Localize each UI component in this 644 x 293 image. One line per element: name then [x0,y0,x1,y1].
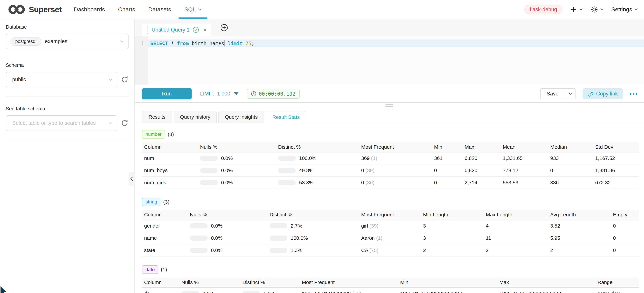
column-header: Distinct % [240,278,300,288]
type-count: (3) [168,132,174,137]
type-tag-string: string [142,198,160,206]
tab-query-history[interactable]: Query history [174,111,217,123]
divider [6,140,128,140]
add-tab-button[interactable] [220,24,228,32]
cell-median: 386 [548,176,593,189]
tab-results[interactable]: Results [142,111,172,123]
mouse-cursor [0,286,10,293]
cell-max: 2,714 [462,176,501,189]
distinct-bar [270,236,287,240]
nulls-pct: 0.0% [211,235,222,241]
query-tab-bar: Untitled Query 1 × [135,19,644,36]
editor-resize-handle[interactable] [135,102,644,108]
cell-max: 6,820 [462,152,501,164]
distinct-bar [278,180,296,185]
column-header: Distinct % [276,142,359,152]
distinct-pct: 1.3% [291,248,302,253]
query-tab[interactable]: Untitled Query 1 × [142,24,212,36]
database-select[interactable]: postgresql examples [6,34,128,49]
nav-charts[interactable]: Charts [118,0,135,19]
refresh-tables-icon[interactable] [121,119,128,127]
nav-datasets[interactable]: Datasets [148,0,171,19]
column-header: Std Dev [593,142,639,152]
tab-result-stats[interactable]: Result Stats [266,111,306,123]
close-tab-icon[interactable]: × [203,27,207,33]
query-success-icon [192,26,199,33]
cell-avg-length: 5.95 [548,232,611,244]
cell-std-dev: 1,331.36 [593,164,639,176]
settings-label: Settings [611,6,632,13]
drag-grip-icon [386,104,393,108]
cell-avg-length: 3.52 [548,220,611,232]
copy-link-label: Copy link [596,91,618,97]
cell-max-length: 11 [484,232,548,244]
superset-logo-icon [8,4,26,15]
plus-icon [570,6,577,13]
superset-logo[interactable]: Superset [8,4,62,15]
divider [6,96,128,97]
column-header: Column [142,278,180,288]
cell-max-length: 2 [484,244,548,256]
type-count: (1) [161,267,167,272]
cell-most-frequent: 369 (1) [359,152,432,164]
tab-query-insights[interactable]: Query Insights [218,111,264,123]
number-stats-table: Column Nulls % Distinct % Most Frequent … [142,142,639,189]
sql-number: 75 [242,40,251,46]
sql-keyword: SELECT [150,40,168,46]
refresh-schemas-icon[interactable] [121,76,128,84]
type-tag-number: number [142,130,165,138]
settings-menu[interactable]: Settings [611,6,638,13]
query-tab-title: Untitled Query 1 [152,27,190,33]
column-header: Range [596,278,639,288]
more-actions-button[interactable]: ••• [630,90,638,97]
table-row: ds 0.0% 1.3% 1965-01-01T00:00:00 (75) 19… [142,288,639,293]
nav-dashboards[interactable]: Dashboards [74,0,105,19]
nulls-pct: 0.0% [221,180,233,186]
chevron-down-icon [108,122,112,124]
clock-icon [251,91,256,96]
sql-editor[interactable]: 1 SELECT * from birth_names limit 75; [135,36,644,85]
distinct-pct: 2.7% [291,223,302,229]
cell-most-frequent: girl (39) [359,220,421,232]
table-select[interactable]: Select table or type to search tables [6,115,117,131]
column-header: Distinct % [268,210,359,220]
sql-code-line[interactable]: SELECT * from birth_names limit 75; [148,40,644,47]
save-options-button[interactable] [565,89,576,99]
table-row: name 0.0% 100.0% Aaron (1) 3 11 5.95 0 [142,232,639,244]
column-header: Max Length [484,210,548,220]
table-header-row: Column Nulls % Distinct % Most Frequent … [142,142,639,152]
sql-operator: * [168,40,177,46]
cell-max: 6,820 [462,164,501,176]
column-header: Most Frequent [359,142,432,152]
chevron-down-icon [600,8,604,10]
limit-dropdown[interactable]: LIMIT: 1 000 [200,91,238,97]
nulls-pct: 0.0% [211,223,222,229]
cell-most-frequent: CA (75) [359,244,421,256]
nulls-bar [190,223,208,228]
new-item-menu[interactable] [570,6,583,13]
cell-min-length: 3 [421,232,484,244]
chevron-down-icon [568,92,572,95]
cell-column: ds [142,288,180,293]
cell-column: num [142,152,198,164]
theme-toggle[interactable] [590,6,604,13]
limit-label: LIMIT: [200,91,214,97]
cell-min: 0 [432,164,462,176]
save-button[interactable]: Save [540,89,565,99]
run-query-button[interactable]: Run [142,88,192,99]
cell-median: 933 [548,152,593,164]
string-stats-section: string (3) Column Nulls % Distinct % Mos… [142,198,639,256]
schema-select[interactable]: public [6,72,117,87]
nulls-bar [182,291,199,293]
cell-min: 1965-01-01T03:00:00.000Z [398,288,497,293]
cell-mean: 778.12 [501,164,548,176]
collapse-sidebar-button[interactable] [128,172,135,186]
cell-std-dev: 1,167.52 [593,152,639,164]
nulls-bar [200,168,218,173]
copy-link-button[interactable]: Copy link [582,88,623,99]
cell-std-dev: 672.32 [593,176,639,189]
distinct-bar [242,291,260,293]
nav-sql[interactable]: SQL [184,0,202,19]
column-header: Most Frequent [359,210,421,220]
column-header: Min [398,278,497,288]
